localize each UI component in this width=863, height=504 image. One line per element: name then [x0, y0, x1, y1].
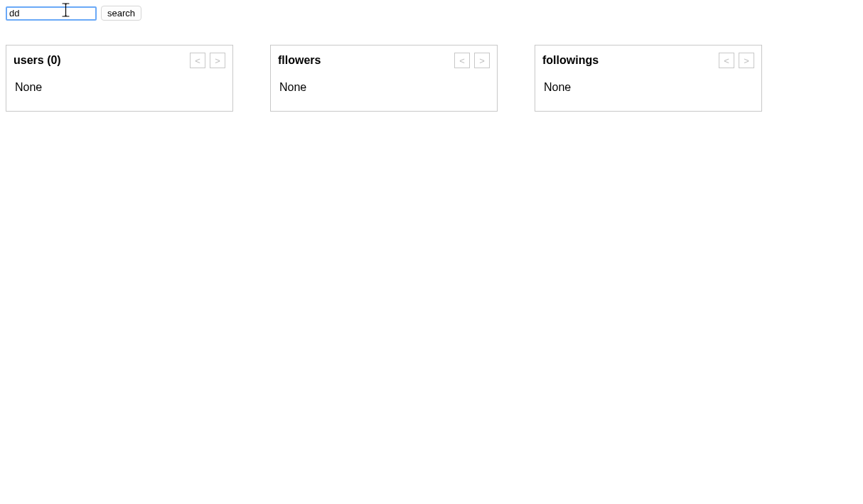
prev-button[interactable]: <: [190, 53, 205, 68]
panel-title-followers: fllowers: [278, 54, 321, 67]
panel-body-users: None: [14, 81, 225, 94]
prev-button[interactable]: <: [719, 53, 734, 68]
search-input[interactable]: [6, 6, 97, 21]
panel-users: users (0) < > None: [6, 45, 233, 112]
search-button[interactable]: search: [101, 6, 141, 21]
nav-controls: < >: [454, 53, 490, 68]
next-button[interactable]: >: [474, 53, 490, 68]
prev-button[interactable]: <: [454, 53, 470, 68]
next-button[interactable]: >: [739, 53, 754, 68]
panel-title-users: users (0): [14, 54, 61, 67]
nav-controls: < >: [719, 53, 754, 68]
panel-body-followings: None: [542, 81, 754, 94]
panel-body-followers: None: [278, 81, 490, 94]
nav-controls: < >: [190, 53, 225, 68]
panel-header: followings < >: [542, 53, 754, 68]
panel-followers: fllowers < > None: [270, 45, 498, 112]
panel-header: users (0) < >: [14, 53, 225, 68]
search-bar: search: [6, 6, 857, 21]
panel-header: fllowers < >: [278, 53, 490, 68]
panel-title-followings: followings: [542, 54, 599, 67]
panels-row: users (0) < > None fllowers < > None fol…: [6, 45, 857, 112]
next-button[interactable]: >: [210, 53, 225, 68]
panel-followings: followings < > None: [535, 45, 762, 112]
